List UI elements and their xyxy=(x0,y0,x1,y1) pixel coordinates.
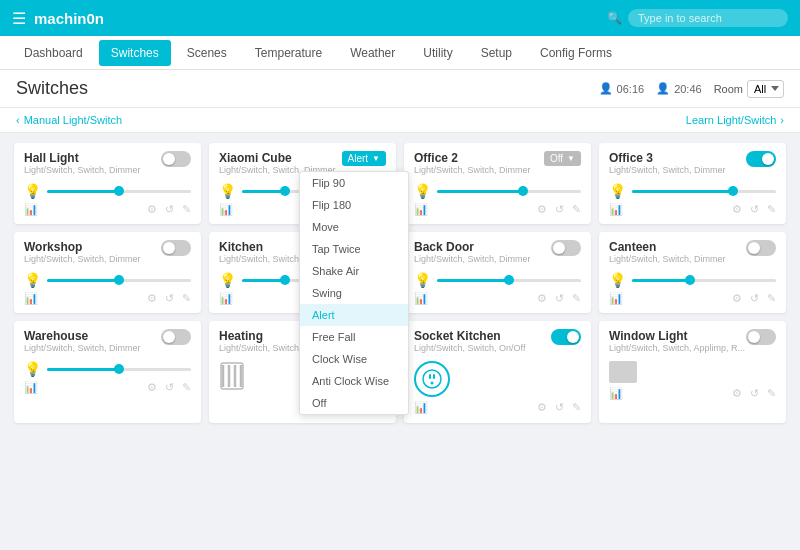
card-hall-light: Hall Light Light/Switch, Switch, Dimmer … xyxy=(14,143,201,224)
page-header: Switches 👤 06:16 👤 20:46 Room All xyxy=(0,70,800,108)
edit-icon[interactable]: ✎ xyxy=(767,203,776,216)
dropdown-arrow-icon: ▼ xyxy=(372,154,380,163)
tab-weather[interactable]: Weather xyxy=(338,40,407,66)
chevron-right-icon: › xyxy=(780,114,784,126)
refresh-icon[interactable]: ↺ xyxy=(750,387,759,400)
tab-navigation: Dashboard Switches Scenes Temperature We… xyxy=(0,36,800,70)
card-subtitle: Light/Switch, Switch, Dimmer xyxy=(414,165,531,175)
settings-icon[interactable]: ⚙ xyxy=(537,401,547,414)
brightness-slider[interactable] xyxy=(632,190,776,193)
toggle-hall-light[interactable] xyxy=(161,151,191,167)
edit-icon[interactable]: ✎ xyxy=(572,401,581,414)
office2-dropdown-button[interactable]: Off ▼ xyxy=(544,151,581,166)
chevron-left-icon: ‹ xyxy=(16,114,20,126)
settings-icon[interactable]: ⚙ xyxy=(537,292,547,305)
card-subtitle: Light/Switch, Switch, Dimmer xyxy=(24,343,141,353)
brightness-slider[interactable] xyxy=(632,279,776,282)
lamp-icon: 💡 xyxy=(609,183,626,199)
refresh-icon[interactable]: ↺ xyxy=(555,292,564,305)
breadcrumb: ‹ Manual Light/Switch Learn Light/Switch… xyxy=(0,108,800,133)
cards-grid: Hall Light Light/Switch, Switch, Dimmer … xyxy=(14,143,786,423)
chart-icon[interactable]: 📊 xyxy=(219,292,233,305)
brightness-slider[interactable] xyxy=(47,190,191,193)
settings-icon[interactable]: ⚙ xyxy=(147,292,157,305)
chart-icon[interactable]: 📊 xyxy=(609,387,623,400)
toggle-workshop[interactable] xyxy=(161,240,191,256)
xiaomi-dropdown-button[interactable]: Alert ▼ xyxy=(342,151,386,166)
dropdown-item-swing[interactable]: Swing xyxy=(300,282,408,304)
chart-icon[interactable]: 📊 xyxy=(414,401,428,414)
search-input[interactable] xyxy=(628,9,788,27)
edit-icon[interactable]: ✎ xyxy=(767,292,776,305)
refresh-icon[interactable]: ↺ xyxy=(750,203,759,216)
dropdown-item-alert[interactable]: Alert xyxy=(300,304,408,326)
refresh-icon[interactable]: ↺ xyxy=(555,401,564,414)
breadcrumb-back[interactable]: ‹ Manual Light/Switch xyxy=(16,114,122,126)
chart-icon[interactable]: 📊 xyxy=(24,203,38,216)
hamburger-icon[interactable]: ☰ xyxy=(12,9,26,28)
lamp-icon: 💡 xyxy=(609,272,626,288)
dropdown-item-anti-clock-wise[interactable]: Anti Clock Wise xyxy=(300,370,408,392)
brightness-slider[interactable] xyxy=(437,190,581,193)
card-title: Socket Kitchen xyxy=(414,329,525,343)
settings-icon[interactable]: ⚙ xyxy=(537,203,547,216)
card-title: Back Door xyxy=(414,240,531,254)
chart-icon[interactable]: 📊 xyxy=(609,203,623,216)
chart-icon[interactable]: 📊 xyxy=(219,203,233,216)
dropdown-item-move[interactable]: Move xyxy=(300,216,408,238)
tab-config-forms[interactable]: Config Forms xyxy=(528,40,624,66)
edit-icon[interactable]: ✎ xyxy=(182,203,191,216)
toggle-back-door[interactable] xyxy=(551,240,581,256)
toggle-office-3[interactable] xyxy=(746,151,776,167)
edit-icon[interactable]: ✎ xyxy=(182,381,191,394)
chart-icon[interactable]: 📊 xyxy=(414,292,428,305)
settings-icon[interactable]: ⚙ xyxy=(732,387,742,400)
edit-icon[interactable]: ✎ xyxy=(767,387,776,400)
tab-temperature[interactable]: Temperature xyxy=(243,40,334,66)
toggle-warehouse[interactable] xyxy=(161,329,191,345)
refresh-icon[interactable]: ↺ xyxy=(555,203,564,216)
settings-icon[interactable]: ⚙ xyxy=(147,203,157,216)
chart-icon[interactable]: 📊 xyxy=(24,292,38,305)
toggle-socket-kitchen[interactable] xyxy=(551,329,581,345)
xiaomi-dropdown-menu: Flip 90 Flip 180 Move Tap Twice Shake Ai… xyxy=(299,171,409,415)
chart-icon[interactable]: 📊 xyxy=(414,203,428,216)
settings-icon[interactable]: ⚙ xyxy=(732,203,742,216)
dropdown-item-off[interactable]: Off xyxy=(300,392,408,414)
card-socket-kitchen: Socket Kitchen Light/Switch, Switch, On/… xyxy=(404,321,591,423)
card-subtitle: Light/Switch, Switch, Dimmer xyxy=(414,254,531,264)
dropdown-item-flip180[interactable]: Flip 180 xyxy=(300,194,408,216)
edit-icon[interactable]: ✎ xyxy=(572,292,581,305)
tab-dashboard[interactable]: Dashboard xyxy=(12,40,95,66)
card-title: Window Light xyxy=(609,329,745,343)
dropdown-item-tap-twice[interactable]: Tap Twice xyxy=(300,238,408,260)
edit-icon[interactable]: ✎ xyxy=(572,203,581,216)
breadcrumb-forward[interactable]: Learn Light/Switch › xyxy=(686,114,784,126)
edit-icon[interactable]: ✎ xyxy=(182,292,191,305)
brightness-slider[interactable] xyxy=(47,368,191,371)
settings-icon[interactable]: ⚙ xyxy=(732,292,742,305)
dropdown-item-flip90[interactable]: Flip 90 xyxy=(300,172,408,194)
chart-icon[interactable]: 📊 xyxy=(24,381,38,394)
refresh-icon[interactable]: ↺ xyxy=(750,292,759,305)
tab-scenes[interactable]: Scenes xyxy=(175,40,239,66)
svg-point-5 xyxy=(423,370,441,388)
tab-setup[interactable]: Setup xyxy=(469,40,524,66)
chart-icon[interactable]: 📊 xyxy=(609,292,623,305)
dropdown-item-clock-wise[interactable]: Clock Wise xyxy=(300,348,408,370)
refresh-icon[interactable]: ↺ xyxy=(165,292,174,305)
tab-switches[interactable]: Switches xyxy=(99,40,171,66)
toggle-window-light[interactable] xyxy=(746,329,776,345)
dropdown-item-shake-air[interactable]: Shake Air xyxy=(300,260,408,282)
brightness-slider[interactable] xyxy=(437,279,581,282)
card-subtitle: Light/Switch, Switch, Dimmer xyxy=(24,254,141,264)
dropdown-item-free-fall[interactable]: Free Fall xyxy=(300,326,408,348)
room-select[interactable]: All xyxy=(747,80,784,98)
svg-rect-4 xyxy=(221,363,243,389)
tab-utility[interactable]: Utility xyxy=(411,40,464,66)
toggle-canteen[interactable] xyxy=(746,240,776,256)
brightness-slider[interactable] xyxy=(47,279,191,282)
refresh-icon[interactable]: ↺ xyxy=(165,381,174,394)
refresh-icon[interactable]: ↺ xyxy=(165,203,174,216)
settings-icon[interactable]: ⚙ xyxy=(147,381,157,394)
